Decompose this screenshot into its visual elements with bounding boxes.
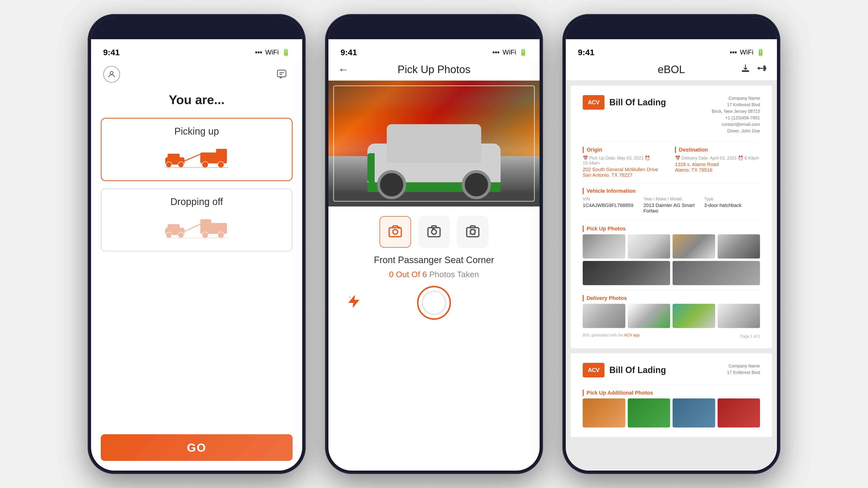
status-bar-1: 9:41 ▪▪▪ WiFi 🔋 — [91, 39, 302, 61]
bol-page-2: ACV Bill Of Lading Company Name 17 Knife… — [570, 353, 772, 437]
delivery-photo-1[interactable] — [583, 304, 625, 328]
origin-section: Origin 📅 Pick Up Date: May 03, 2021 ⏰ 10… — [583, 147, 668, 178]
company-info: Company Name 17 Kniferest Blvd Brick, Ne… — [712, 95, 760, 134]
origin-title: Origin — [583, 147, 668, 153]
additional-photos-title: Pick Up Additional Photos — [583, 390, 760, 396]
company-addr1-2: 17 Kniferest Blvd — [727, 369, 760, 376]
delivery-photos-grid — [583, 304, 760, 328]
svg-line-8 — [185, 154, 202, 161]
svg-rect-10 — [216, 149, 227, 155]
phone3-screen: eBOL — [566, 61, 777, 470]
status-time-2: 9:41 — [341, 48, 357, 57]
svg-rect-35 — [742, 71, 749, 71]
phone1-top-bar — [91, 61, 302, 88]
company-name-2: Company Name — [727, 363, 760, 369]
pickup-date-label: 📅 Pick Up Date: May 03, 2021 ⏰ 10:34am — [583, 155, 668, 166]
status-icons-2: ▪▪▪ WiFi 🔋 — [492, 48, 527, 56]
svg-point-29 — [432, 229, 436, 234]
pickup-photo-1[interactable] — [583, 234, 625, 259]
shutter-button[interactable] — [417, 286, 451, 320]
delivery-photo-4[interactable] — [718, 304, 760, 328]
add-photo-2[interactable] — [628, 398, 671, 427]
page-indicator: Page 1 of 2 — [740, 334, 760, 339]
download-button[interactable] — [741, 63, 750, 75]
picking-up-card[interactable]: Picking up — [101, 118, 292, 181]
company-name: Company Name — [712, 95, 760, 102]
add-photo-button[interactable] — [379, 216, 411, 248]
acv-logo-area-2: ACV Bill Of Lading — [583, 363, 666, 378]
pickup-photo-2[interactable] — [628, 234, 671, 259]
svg-point-17 — [218, 232, 224, 238]
pickup-photos-grid — [583, 234, 760, 259]
svg-line-18 — [185, 224, 200, 231]
shutter-inner — [422, 291, 446, 315]
status-time-3: 9:41 — [578, 48, 594, 57]
go-button[interactable]: GO — [101, 434, 292, 461]
svg-point-7 — [178, 162, 184, 167]
wifi-icon-2: WiFi — [502, 48, 516, 56]
flash-button[interactable] — [348, 295, 360, 310]
picking-up-label: Picking up — [175, 126, 219, 137]
delivery-photo-2[interactable] — [628, 304, 671, 328]
delivery-photos-title: Delivery Photos — [583, 295, 760, 301]
picking-up-image — [109, 137, 285, 175]
status-icons-1: ▪▪▪ WiFi 🔋 — [255, 48, 290, 56]
pickup-address[interactable]: 202 South General McMullen Drive San Ant… — [583, 167, 668, 178]
header-actions — [741, 63, 767, 75]
chat-icon[interactable] — [273, 66, 290, 83]
pickup-photo-3[interactable] — [673, 234, 715, 259]
dropping-off-image — [109, 207, 285, 246]
svg-point-31 — [470, 229, 475, 234]
add-photo-4[interactable] — [718, 398, 760, 427]
flip-camera-button[interactable] — [418, 216, 450, 248]
bol-origin-dest: Origin 📅 Pick Up Date: May 03, 2021 ⏰ 10… — [583, 147, 760, 178]
svg-point-21 — [166, 232, 172, 238]
signal-icon: ▪▪▪ — [255, 48, 262, 56]
add-photo-3[interactable] — [673, 398, 715, 427]
status-bar-2: 9:41 ▪▪▪ WiFi 🔋 — [329, 39, 539, 61]
bol-title-2: Bill Of Lading — [609, 365, 666, 375]
signal-icon-2: ▪▪▪ — [492, 48, 500, 56]
bol-page-1: ACV Bill Of Lading Company Name 17 Knife… — [570, 86, 772, 348]
svg-rect-1 — [278, 70, 286, 77]
acv-logo-area: ACV Bill Of Lading — [583, 95, 666, 110]
dropping-off-card[interactable]: Dropping off — [101, 188, 292, 252]
vin-field: VIN 1C4AJWBG9FL768859 — [583, 197, 639, 216]
status-bar-3: 9:41 ▪▪▪ WiFi 🔋 — [566, 39, 777, 61]
destination-section: Destination 📅 Delivery Date: April 03, 2… — [675, 147, 760, 178]
pickup-photo-6[interactable] — [673, 261, 760, 285]
pickup-photos-title: Pick Up Photos — [583, 226, 760, 232]
bol-header-row: ACV Bill Of Lading Company Name 17 Knife… — [583, 95, 760, 134]
share-button[interactable] — [757, 63, 767, 75]
svg-point-22 — [178, 232, 184, 238]
svg-point-6 — [166, 162, 172, 167]
vehicle-section-title: Vehicle Information — [583, 188, 760, 194]
bol-title: Bill Of Lading — [609, 97, 666, 107]
svg-point-12 — [218, 161, 224, 168]
svg-point-25 — [393, 229, 398, 234]
crop-button[interactable] — [457, 216, 489, 248]
bol-footer-text: BOL generated with the ACV app — [583, 333, 640, 337]
count-number: 0 Out Of 6 — [389, 270, 427, 279]
shutter-area — [329, 281, 539, 327]
company-email: contact@email.com — [712, 121, 760, 128]
phone2-title: Pick Up Photos — [398, 63, 471, 75]
pickup-photo-5[interactable] — [583, 261, 670, 285]
delivery-address[interactable]: 1328 s. Alamo Road Alamo, TX 78516 — [675, 162, 760, 173]
phone3-title: eBOL — [658, 63, 685, 75]
pickup-photo-4[interactable] — [718, 234, 760, 259]
phone-2: 9:41 ▪▪▪ WiFi 🔋 ← Pick Up Photos — [325, 14, 543, 474]
photo-caption: Front Passanger Seat Corner — [329, 253, 539, 268]
profile-icon[interactable] — [103, 66, 120, 83]
delivery-photo-3[interactable] — [673, 304, 715, 328]
svg-rect-5 — [167, 154, 180, 159]
svg-rect-15 — [200, 219, 211, 225]
battery-icon-3: 🔋 — [756, 48, 765, 56]
phone-1: 9:41 ▪▪▪ WiFi 🔋 — [88, 14, 306, 474]
vehicle-grid: VIN 1C4AJWBG9FL768859 Year / Make / Mode… — [583, 197, 760, 216]
signal-icon-3: ▪▪▪ — [730, 48, 737, 56]
bol-content[interactable]: ACV Bill Of Lading Company Name 17 Knife… — [566, 80, 777, 470]
phone1-screen: You are... Picking up — [91, 61, 302, 470]
add-photo-1[interactable] — [583, 398, 625, 427]
back-button[interactable]: ← — [338, 63, 349, 75]
